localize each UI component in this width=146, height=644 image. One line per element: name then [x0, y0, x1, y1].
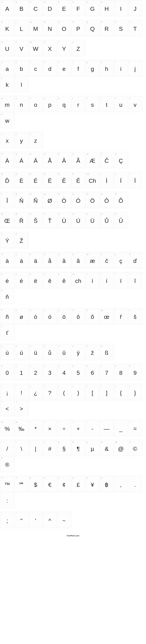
glyph-cell: ÕÕ: [114, 192, 128, 208]
glyph-row: ÎÎŇŇÑÑØØÒÒÓÓÖÖÔÔÕÕ: [0, 192, 146, 208]
character-map: AABBCCDDEEFFGGHHIIJJKKLLMMNNOOPPQQRRSSTT…: [0, 0, 146, 532]
glyph-cell: JJ: [128, 0, 142, 16]
glyph-display: Ê: [71, 176, 85, 188]
glyph-display: S: [114, 24, 128, 36]
glyph-display: ë: [28, 276, 42, 288]
glyph-label: s: [86, 96, 100, 100]
glyph-cell: DD: [42, 0, 57, 16]
glyph-display: Ď: [0, 176, 14, 188]
glyph-display: â: [57, 256, 71, 268]
glyph-cell: ÇÇ: [114, 152, 128, 168]
glyph-cell: $$: [28, 476, 43, 492]
glyph-cell: 77: [100, 364, 114, 380]
glyph-label: ê: [57, 272, 71, 276]
glyph-cell: ÀÀ: [0, 152, 14, 168]
glyph-cell: ÆÆ: [85, 152, 100, 168]
glyph-cell: ââ: [57, 252, 71, 268]
glyph-label: ¢: [57, 476, 71, 480]
glyph-display: ¢: [57, 480, 71, 492]
glyph-cell: NN: [42, 20, 57, 36]
glyph-cell: ××: [42, 420, 57, 436]
glyph-label: J: [128, 0, 142, 4]
glyph-label: ¡: [0, 384, 14, 388]
glyph-cell: ++: [71, 420, 86, 436]
glyph-display: Å: [43, 156, 57, 168]
glyph-display: õ: [86, 312, 100, 324]
glyph-display: z: [28, 136, 42, 148]
glyph-label: q: [57, 96, 71, 100]
glyph-display: Ô: [100, 196, 114, 208]
glyph-label: â: [57, 252, 71, 256]
glyph-display: %: [0, 424, 14, 436]
glyph-label: (: [57, 384, 71, 388]
glyph-display: I: [114, 4, 128, 16]
glyph-label: Ö: [86, 192, 100, 196]
glyph-label: Ù: [57, 212, 71, 216]
glyph-cell: RR: [100, 20, 114, 36]
glyph-label: {: [114, 384, 128, 388]
glyph-cell: '': [28, 512, 43, 528]
glyph-label: n: [14, 96, 28, 100]
glyph-row: ÀÀÁÁÄÄÅÅÂÂÃÃÆÆČČÇÇ: [0, 152, 146, 168]
glyph-cell: KK: [0, 20, 14, 36]
glyph-cell: ;;: [0, 512, 14, 528]
glyph-display: (: [57, 388, 71, 400]
glyph-display: H: [100, 4, 114, 16]
glyph-label: i: [114, 60, 128, 64]
glyph-label: b: [14, 60, 28, 64]
glyph-label: #: [43, 440, 57, 444]
glyph-display: ř: [114, 312, 128, 324]
glyph-cell: >>: [14, 400, 28, 416]
glyph-display: Ò: [57, 196, 71, 208]
glyph-cell: //: [0, 440, 14, 456]
glyph-display: G: [86, 4, 100, 16]
glyph-cell: II: [114, 0, 128, 16]
glyph-label: W: [28, 40, 42, 44]
glyph-row: ¡¡!!¿¿??(())[[]]{{}}<<>>: [0, 384, 146, 416]
glyph-label: Â: [57, 152, 71, 156]
glyph-cell: ..: [128, 476, 142, 492]
glyph-cell: FF: [71, 0, 86, 16]
glyph-row: ÝÝŽŽ: [0, 232, 146, 248]
glyph-label: 8: [114, 364, 128, 368]
glyph-cell: ŇŇ: [14, 192, 28, 208]
glyph-cell: ÈÈ: [14, 172, 28, 188]
glyph-label: ,: [114, 476, 128, 480]
glyph-display: Ý: [0, 236, 14, 248]
glyph-cell: vv: [128, 96, 142, 112]
glyph-display: ": [14, 516, 28, 528]
glyph-label: Å: [43, 152, 57, 156]
glyph-display: Ì: [100, 176, 114, 188]
glyph-cell: **: [28, 420, 43, 436]
glyph-cell: yy: [14, 132, 28, 148]
glyph-label: —: [100, 420, 114, 424]
glyph-display: h: [100, 64, 114, 76]
glyph-cell: )): [71, 384, 86, 400]
glyph-display: ö: [57, 312, 71, 324]
glyph-display: p: [43, 100, 57, 112]
glyph-row: mmnnooppqqrrssttuuvvww: [0, 96, 146, 128]
glyph-cell: bb: [14, 60, 28, 76]
glyph-label: Æ: [86, 152, 100, 156]
glyph-cell: ÂÂ: [57, 152, 71, 168]
glyph-label: Ü: [86, 212, 100, 216]
glyph-display: œ: [100, 312, 114, 324]
glyph-display: ã: [71, 256, 85, 268]
glyph-label: ñ: [0, 308, 14, 312]
glyph-cell: ňň: [0, 288, 14, 304]
glyph-display: ,: [114, 480, 128, 492]
glyph-label: č: [100, 252, 114, 256]
glyph-display: *: [28, 424, 42, 436]
glyph-display: 3: [43, 368, 57, 380]
glyph-display: \: [14, 444, 28, 456]
glyph-label: o: [28, 96, 42, 100]
glyph-label: M: [28, 20, 42, 24]
glyph-display: 7: [100, 368, 114, 380]
glyph-row: %%‰‰**××÷÷++--——__==: [0, 420, 146, 436]
glyph-display: ¥: [86, 480, 100, 492]
glyph-cell: ŤŤ: [42, 212, 57, 228]
glyph-label: ?: [43, 384, 57, 388]
glyph-display: m: [0, 100, 14, 112]
glyph-cell: ÝÝ: [0, 232, 14, 248]
glyph-cell: WW: [28, 40, 43, 56]
